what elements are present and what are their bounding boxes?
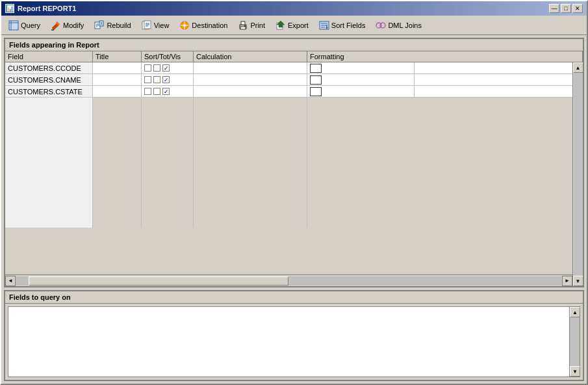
tot-cb-3[interactable]: [153, 88, 160, 95]
table-row: CUSTOMERS.CNAME: [5, 74, 572, 86]
sort-cb-1[interactable]: [144, 64, 151, 72]
maximize-button[interactable]: □: [561, 4, 571, 13]
calc-cell-3: [194, 86, 307, 97]
sort-cell-3: [142, 86, 194, 97]
export-label: Export: [288, 21, 309, 29]
v-scroll-track[interactable]: [574, 73, 583, 276]
rebuild-icon: [94, 20, 105, 31]
h-scroll-track[interactable]: [16, 276, 562, 285]
main-window: 📊 Report REPORT1 — □ ✕ Query: [0, 0, 588, 385]
h-scroll-thumb[interactable]: [29, 276, 288, 285]
col-field: Field: [5, 51, 93, 62]
modify-icon: [51, 20, 61, 31]
title-bar-left: 📊 Report REPORT1: [5, 4, 76, 13]
v-scrollbar: ▲ ▼: [572, 62, 583, 286]
fields-panel-title: Fields appearing in Report: [5, 39, 583, 51]
dml-joins-button[interactable]: DML Joins: [371, 18, 426, 33]
view-icon: [142, 20, 152, 31]
svg-point-17: [183, 24, 186, 27]
h-scroll-left[interactable]: ◄: [5, 276, 16, 286]
col-sort: Sort/Tot/Vis: [142, 51, 194, 62]
vis-cb-2[interactable]: [162, 76, 170, 83]
fmt-box-2: [310, 75, 322, 85]
destination-label: Destination: [192, 21, 227, 29]
svg-point-33: [380, 23, 385, 28]
fmt-box-3: [310, 87, 322, 96]
fmt-cell-3: [307, 86, 415, 97]
fields-panel: Fields appearing in Report Field Title S…: [4, 38, 584, 287]
window-icon: 📊: [5, 4, 14, 13]
tot-cb-2[interactable]: [153, 76, 160, 83]
modify-label: Modify: [63, 21, 84, 29]
sort-fields-label: Sort Fields: [331, 21, 366, 29]
modify-button[interactable]: Modify: [46, 18, 88, 33]
checkboxes-1: [144, 64, 170, 72]
sort-fields-button[interactable]: Sort Fields: [314, 18, 370, 33]
svg-rect-8: [99, 21, 103, 26]
query-button[interactable]: Query: [4, 18, 45, 33]
svg-rect-0: [9, 21, 18, 30]
fmt-cell-2: [307, 74, 415, 85]
rebuild-button[interactable]: Rebuild: [90, 18, 135, 33]
view-button[interactable]: View: [137, 18, 174, 33]
table-row: CUSTOMERS.CSTATE: [5, 86, 572, 98]
minimize-button[interactable]: —: [549, 4, 559, 13]
dml-icon: [376, 20, 386, 31]
sort-cell-1: [142, 62, 194, 73]
table-body: CUSTOMERS.CCODE: [5, 62, 572, 274]
calc-cell-2: [194, 74, 307, 85]
destination-button[interactable]: Destination: [175, 18, 232, 33]
h-scroll-right[interactable]: ►: [562, 276, 572, 286]
query-panel-title: Fields to query on: [5, 291, 583, 304]
svg-rect-23: [240, 27, 246, 29]
table-header: Field Title Sort/Tot/Vis Calculation For…: [5, 51, 583, 62]
window-title: Report REPORT1: [18, 5, 76, 12]
checkboxes-3: [144, 88, 170, 95]
table-outer: CUSTOMERS.CCODE: [5, 62, 583, 286]
print-icon: [238, 20, 248, 31]
vis-cb-3[interactable]: [162, 88, 170, 95]
checkboxes-2: [144, 76, 170, 83]
calc-cell-1: [194, 62, 307, 73]
title-buttons: — □ ✕: [549, 4, 583, 13]
sort-icon: [319, 20, 329, 31]
field-name-2: CUSTOMERS.CNAME: [5, 74, 93, 85]
view-label: View: [154, 21, 170, 29]
field-name-1: CUSTOMERS.CCODE: [5, 62, 93, 73]
query-area: ▲ ▼: [5, 304, 583, 380]
v-scroll-down[interactable]: ▼: [573, 276, 583, 286]
query-panel: Fields to query on ▲ ▼: [4, 290, 584, 381]
export-icon: [275, 20, 286, 31]
sort-cb-3[interactable]: [144, 88, 151, 95]
query-scroll-up[interactable]: ▲: [570, 307, 580, 317]
title-cell-2: [93, 74, 142, 85]
fmt-box-1: [310, 64, 322, 73]
svg-rect-25: [244, 25, 246, 27]
content-area: Fields appearing in Report Field Title S…: [1, 35, 587, 384]
tot-cb-1[interactable]: [153, 64, 160, 72]
fmt-cell-1: [307, 62, 415, 73]
sort-cb-2[interactable]: [144, 76, 151, 83]
vis-cb-1[interactable]: [162, 64, 170, 72]
rebuild-label: Rebuild: [107, 21, 131, 29]
query-scroll-down[interactable]: ▼: [570, 366, 580, 377]
title-bar: 📊 Report REPORT1 — □ ✕: [1, 1, 587, 16]
v-scroll-up[interactable]: ▲: [573, 62, 583, 73]
destination-icon: [179, 20, 190, 31]
dml-joins-label: DML Joins: [388, 21, 422, 29]
toolbar: Query Modify: [1, 16, 587, 35]
print-label: Print: [250, 21, 265, 29]
query-icon: [8, 20, 19, 31]
table-scroll-wrapper: CUSTOMERS.CCODE: [5, 62, 572, 228]
close-button[interactable]: ✕: [572, 4, 583, 13]
query-v-scrollbar: ▲ ▼: [570, 306, 580, 377]
table-row: CUSTOMERS.CCODE: [5, 62, 572, 74]
h-scrollbar: ◄ ►: [5, 274, 572, 286]
print-button[interactable]: Print: [233, 18, 270, 33]
title-cell-3: [93, 86, 142, 97]
query-scroll-track[interactable]: [570, 317, 580, 366]
query-input-area: [8, 306, 570, 377]
export-button[interactable]: Export: [271, 18, 313, 33]
query-label: Query: [21, 21, 40, 29]
col-title: Title: [93, 51, 142, 62]
